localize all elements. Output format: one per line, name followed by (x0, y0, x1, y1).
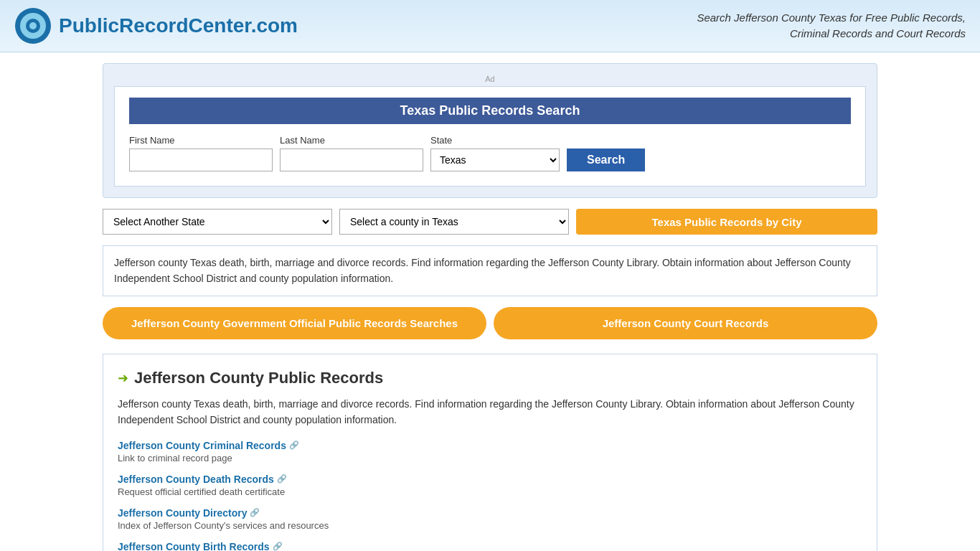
birth-records-label: Jefferson County Birth Records (118, 541, 270, 551)
section-title-row: ➜ Jefferson County Public Records (118, 369, 862, 387)
last-name-input[interactable] (280, 149, 423, 171)
info-box: Jefferson county Texas death, birth, mar… (103, 245, 877, 296)
records-section: ➜ Jefferson County Public Records Jeffer… (103, 354, 877, 551)
criminal-records-desc: Link to criminal record page (118, 453, 862, 463)
county-nav-select[interactable]: Select a county in Texas (339, 209, 569, 235)
ad-label: Ad (114, 75, 866, 83)
arrow-icon: ➜ (118, 370, 128, 386)
record-item-2: Jefferson County Directory 🔗 Index of Je… (118, 507, 862, 531)
ad-box: Texas Public Records Search First Name L… (114, 86, 866, 187)
first-name-group: First Name (129, 135, 273, 171)
death-records-ext-icon: 🔗 (277, 474, 287, 484)
logo-icon (14, 7, 52, 44)
search-button[interactable]: Search (567, 149, 645, 171)
last-name-label: Last Name (280, 135, 423, 146)
death-records-desc: Request official certified death certifi… (118, 486, 862, 497)
header-tagline: Search Jefferson County Texas for Free P… (693, 10, 966, 42)
directory-link[interactable]: Jefferson County Directory 🔗 (118, 507, 260, 519)
state-select[interactable]: Texas (430, 149, 560, 171)
button-row: Jefferson County Government Official Pub… (103, 307, 877, 339)
last-name-group: Last Name (280, 135, 423, 171)
criminal-records-label: Jefferson County Criminal Records (118, 440, 286, 451)
record-item-3: Jefferson County Birth Records 🔗 Request… (118, 541, 862, 551)
directory-desc: Index of Jefferson County's services and… (118, 520, 862, 531)
directory-ext-icon: 🔗 (250, 508, 260, 517)
state-label: State (430, 135, 560, 146)
directory-label: Jefferson County Directory (118, 507, 247, 519)
site-header: PublicRecordCenter.com Search Jefferson … (0, 0, 980, 52)
ad-title: Texas Public Records Search (129, 98, 851, 124)
main-content: Ad Texas Public Records Search First Nam… (95, 63, 885, 551)
ad-container: Ad Texas Public Records Search First Nam… (103, 63, 877, 198)
state-nav-select[interactable]: Select Another State (103, 209, 332, 235)
birth-records-link[interactable]: Jefferson County Birth Records 🔗 (118, 541, 283, 551)
birth-records-ext-icon: 🔗 (273, 542, 283, 551)
logo-area: PublicRecordCenter.com (14, 7, 298, 44)
nav-row: Select Another State Select a county in … (103, 209, 877, 235)
death-records-link[interactable]: Jefferson County Death Records 🔗 (118, 474, 287, 485)
first-name-label: First Name (129, 135, 273, 146)
section-description: Jefferson county Texas death, birth, mar… (118, 396, 862, 428)
criminal-records-link[interactable]: Jefferson County Criminal Records 🔗 (118, 440, 299, 451)
city-records-button[interactable]: Texas Public Records by City (576, 209, 877, 235)
first-name-input[interactable] (129, 149, 273, 171)
criminal-records-ext-icon: 🔗 (289, 441, 299, 450)
section-heading: Jefferson County Public Records (134, 369, 383, 387)
logo-text: PublicRecordCenter.com (59, 14, 298, 37)
search-form-row: First Name Last Name State Texas Search (129, 135, 851, 171)
death-records-label: Jefferson County Death Records (118, 474, 274, 485)
record-item-1: Jefferson County Death Records 🔗 Request… (118, 474, 862, 497)
record-item-0: Jefferson County Criminal Records 🔗 Link… (118, 440, 862, 463)
court-records-button[interactable]: Jefferson County Court Records (494, 307, 877, 339)
svg-point-3 (29, 22, 37, 29)
gov-records-button[interactable]: Jefferson County Government Official Pub… (103, 307, 486, 339)
state-group: State Texas (430, 135, 560, 171)
info-text: Jefferson county Texas death, birth, mar… (114, 257, 851, 284)
